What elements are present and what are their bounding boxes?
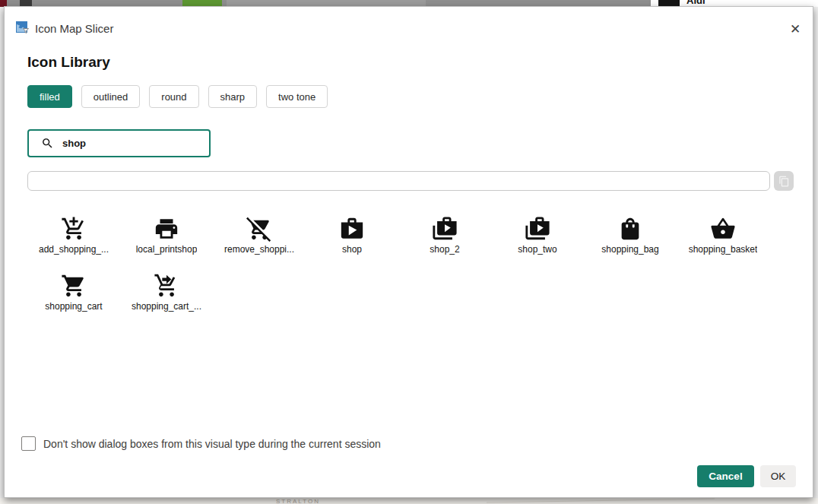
screen: Aldi STRALTON Icon Map Slicer ✕ Icon Lib… — [0, 0, 818, 504]
icon-cell-remove-shopping-cart[interactable]: remove_shoppi... — [213, 206, 306, 263]
shopping-cart-checkout-icon — [154, 271, 179, 299]
icon-label: shop — [342, 244, 362, 255]
icon-label: shopping_cart_... — [132, 301, 201, 312]
icon-map-slicer-dialog: Icon Map Slicer ✕ Icon Library filledout… — [4, 6, 813, 498]
icon-cell-local-printshop[interactable]: local_printshop — [120, 206, 213, 263]
shop-2-icon — [432, 214, 458, 242]
background-map-strip: STRALTON — [0, 498, 818, 504]
icon-label: local_printshop — [136, 244, 198, 255]
icon-cell-shopping-basket[interactable]: shopping_basket — [677, 206, 769, 263]
map-place-label: STRALTON — [276, 498, 320, 504]
icon-map-slicer-logo-icon — [16, 21, 29, 34]
style-tab-sharp[interactable]: sharp — [208, 85, 258, 108]
icon-cell-shop-2[interactable]: shop_2 — [398, 206, 491, 263]
icon-cell-shopping-cart-checkout[interactable]: shopping_cart_... — [120, 263, 213, 320]
icon-cell-shop-two[interactable]: shop_two — [491, 206, 584, 263]
icon-grid: add_shopping_... local_printshop remove_… — [27, 206, 769, 320]
ok-button[interactable]: OK — [760, 465, 796, 487]
icon-cell-shopping-bag[interactable]: shopping_bag — [584, 206, 677, 263]
shopping-basket-icon — [710, 214, 736, 242]
copy-button[interactable] — [774, 171, 794, 191]
icon-label: add_shopping_... — [39, 244, 109, 255]
add-shopping-cart-icon — [61, 214, 87, 242]
map-road-line — [487, 498, 715, 502]
style-tabs: filledoutlinedroundsharptwo tone — [27, 85, 328, 108]
style-tab-filled[interactable]: filled — [27, 85, 72, 108]
local-printshop-icon — [154, 214, 179, 242]
icon-cell-add-shopping-cart[interactable]: add_shopping_... — [27, 206, 120, 263]
dont-show-label: Don't show dialog boxes from this visual… — [43, 438, 381, 450]
remove-shopping-cart-icon — [246, 214, 272, 242]
shop-two-icon — [525, 214, 550, 242]
search-input[interactable] — [62, 138, 209, 149]
icon-label: shopping_cart — [45, 301, 102, 312]
icon-cell-shopping-cart[interactable]: shopping_cart — [27, 263, 120, 320]
shopping-bag-icon — [617, 214, 643, 242]
icon-label: shopping_basket — [689, 244, 758, 255]
icon-search-box — [27, 129, 211, 157]
close-icon[interactable]: ✕ — [785, 18, 806, 40]
dialog-titlebar: Icon Map Slicer ✕ — [5, 7, 813, 42]
brand-text: Aldi — [686, 0, 705, 6]
session-option-row: Don't show dialog boxes from this visual… — [21, 436, 381, 451]
copy-icon — [778, 176, 790, 187]
dialog-title: Icon Map Slicer — [35, 22, 113, 35]
shop-icon — [339, 214, 365, 242]
icon-cell-shop[interactable]: shop — [306, 206, 398, 263]
selected-icon-value-field[interactable] — [27, 171, 770, 191]
icon-label: shopping_bag — [601, 244, 658, 255]
cancel-button[interactable]: Cancel — [697, 465, 754, 487]
dont-show-checkbox[interactable] — [21, 436, 36, 451]
icon-label: remove_shoppi... — [224, 244, 294, 255]
style-tab-two-tone[interactable]: two tone — [266, 85, 328, 108]
style-tab-round[interactable]: round — [149, 85, 198, 108]
icon-library-heading: Icon Library — [27, 54, 110, 71]
search-icon — [41, 137, 54, 150]
shopping-cart-icon — [61, 271, 87, 299]
icon-label: shop_two — [518, 244, 556, 255]
icon-label: shop_2 — [430, 244, 459, 255]
style-tab-outlined[interactable]: outlined — [81, 85, 141, 108]
